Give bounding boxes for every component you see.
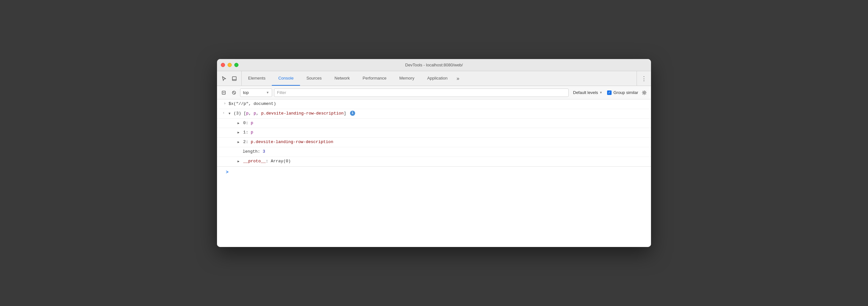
console-prompt-icon: > <box>226 169 228 176</box>
console-toolbar: top ▼ Default levels ▼ ✓ Group similar <box>217 86 651 100</box>
svg-line-5 <box>233 91 235 94</box>
maximize-button[interactable] <box>234 63 239 67</box>
tab-bar: Elements Console Sources Network Perform… <box>217 71 651 86</box>
array-count: (3) [ <box>234 111 246 116</box>
tab-elements[interactable]: Elements <box>242 71 272 86</box>
console-input-line: › $x("//p", document) <box>217 100 651 109</box>
output-content: ▼ (3) [p, p, p.devsite-landing-row-descr… <box>228 110 648 117</box>
length-line: length: 3 <box>217 147 651 157</box>
more-tabs-button[interactable]: » <box>454 71 462 86</box>
array-sep-0: , <box>249 111 254 116</box>
svg-rect-0 <box>232 77 236 81</box>
proto-sep: : Array(0) <box>266 159 291 164</box>
output-gutter: ‹ <box>217 110 228 116</box>
proto-line: ▶ __proto__: Array(0) <box>217 157 651 166</box>
context-selector[interactable]: top ▼ <box>240 88 272 97</box>
console-output-line: ‹ ▼ (3) [p, p, p.devsite-landing-row-des… <box>217 109 651 119</box>
block-icon[interactable] <box>230 88 238 97</box>
tabs: Elements Console Sources Network Perform… <box>242 71 637 86</box>
dock-icon[interactable] <box>230 74 239 83</box>
console-output[interactable]: › $x("//p", document) ‹ ▼ (3) [p, p, p.d… <box>217 100 651 247</box>
item-0-index: 0: <box>243 120 251 126</box>
item-0-content: ▶ 0: p <box>238 120 648 127</box>
array-item-0: p <box>246 111 249 116</box>
array-item-1: p <box>253 111 256 116</box>
input-content: $x("//p", document) <box>228 101 648 107</box>
back-arrow-icon: ‹ <box>222 110 225 116</box>
array-sep-1: , <box>256 111 261 116</box>
proto-key: __proto__ <box>243 159 266 164</box>
group-similar-label: Group similar <box>614 90 638 95</box>
tab-console[interactable]: Console <box>272 71 300 86</box>
levels-arrow-icon: ▼ <box>599 91 602 94</box>
svg-point-6 <box>644 92 645 93</box>
filter-input[interactable] <box>274 88 569 97</box>
item-1-index: 1: <box>243 130 251 135</box>
length-value: 3 <box>262 149 265 154</box>
expand-tri-2-icon[interactable]: ▶ <box>238 140 240 144</box>
tab-bar-end: ⋮ <box>637 71 651 86</box>
close-button[interactable] <box>221 63 225 67</box>
console-settings-button[interactable] <box>640 88 648 97</box>
levels-label: Default levels <box>573 90 598 95</box>
array-item-line-1: ▶ 1: p <box>217 128 651 138</box>
info-badge-icon: i <box>350 111 355 116</box>
console-prompt-line[interactable]: > <box>217 166 651 178</box>
input-gutter: › <box>217 101 228 107</box>
item-1-value: p <box>251 130 253 135</box>
array-item-2: p.devsite-landing-row-description <box>261 111 344 116</box>
array-close: ] <box>344 111 346 116</box>
length-key: length: <box>243 149 262 154</box>
expand-tri-1-icon[interactable]: ▶ <box>238 131 240 134</box>
tab-sources[interactable]: Sources <box>300 71 328 86</box>
tab-memory[interactable]: Memory <box>393 71 421 86</box>
proto-expand-icon[interactable]: ▶ <box>238 160 240 163</box>
console-content: › $x("//p", document) ‹ ▼ (3) [p, p, p.d… <box>217 100 651 247</box>
group-similar-toggle[interactable]: ✓ Group similar <box>607 90 638 95</box>
item-1-content: ▶ 1: p <box>238 129 648 136</box>
length-content: length: 3 <box>243 148 648 155</box>
tab-bar-icons <box>217 71 242 86</box>
item-2-content: ▶ 2: p.devsite-landing-row-description <box>238 139 648 146</box>
context-value: top <box>243 90 249 95</box>
item-0-value: p <box>251 120 253 126</box>
devtools-menu-button[interactable]: ⋮ <box>640 74 648 83</box>
item-2-value: p.devsite-landing-row-description <box>251 140 333 144</box>
devtools-window: DevTools - localhost:8080/web/ Elements … <box>217 59 651 247</box>
tab-application[interactable]: Application <box>421 71 454 86</box>
collapse-arrow-icon[interactable]: ▼ <box>228 112 230 115</box>
tab-performance[interactable]: Performance <box>356 71 393 86</box>
array-item-line-0: ▶ 0: p <box>217 119 651 128</box>
group-similar-checkbox[interactable]: ✓ <box>607 90 612 95</box>
clear-console-button[interactable] <box>220 88 228 97</box>
minimize-button[interactable] <box>227 63 232 67</box>
cursor-icon[interactable] <box>220 74 228 83</box>
window-title: DevTools - localhost:8080/web/ <box>405 62 463 67</box>
input-code: $x("//p", document) <box>228 101 276 106</box>
tab-network[interactable]: Network <box>328 71 356 86</box>
traffic-lights <box>221 63 239 67</box>
prompt-arrow-icon: › <box>224 101 226 107</box>
log-levels-button[interactable]: Default levels ▼ <box>570 89 605 96</box>
item-2-index: 2: <box>243 140 251 144</box>
title-bar: DevTools - localhost:8080/web/ <box>217 59 651 71</box>
expand-tri-0-icon[interactable]: ▶ <box>238 121 240 125</box>
proto-content: ▶ __proto__: Array(0) <box>238 158 648 165</box>
array-item-line-2: ▶ 2: p.devsite-landing-row-description <box>217 138 651 147</box>
context-selector-arrow: ▼ <box>266 91 269 94</box>
